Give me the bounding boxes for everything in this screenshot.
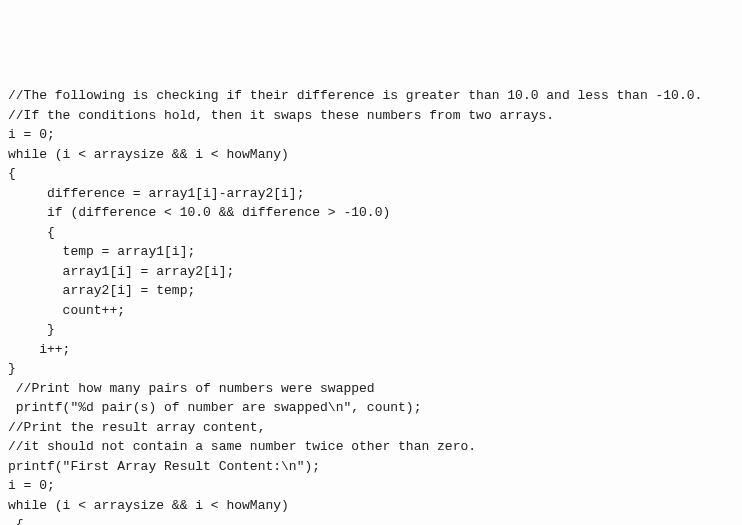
code-line: } <box>8 320 734 340</box>
code-line: { <box>8 223 734 243</box>
code-line: array1[i] = array2[i]; <box>8 262 734 282</box>
code-line: while (i < arraysize && i < howMany) <box>8 496 734 516</box>
code-line: printf("First Array Result Content:\n"); <box>8 457 734 477</box>
code-line: difference = array1[i]-array2[i]; <box>8 184 734 204</box>
code-line: { <box>8 515 734 525</box>
code-line: i = 0; <box>8 476 734 496</box>
code-line: i++; <box>8 340 734 360</box>
code-line: array2[i] = temp; <box>8 281 734 301</box>
code-line: } <box>8 359 734 379</box>
code-line: //If the conditions hold, then it swaps … <box>8 106 734 126</box>
code-line: //The following is checking if their dif… <box>8 86 734 106</box>
code-line: //it should not contain a same number tw… <box>8 437 734 457</box>
code-line: if (difference < 10.0 && difference > -1… <box>8 203 734 223</box>
code-line: while (i < arraysize && i < howMany) <box>8 145 734 165</box>
code-line: //Print how many pairs of numbers were s… <box>8 379 734 399</box>
code-line: //Print the result array content, <box>8 418 734 438</box>
code-line: i = 0; <box>8 125 734 145</box>
code-line: printf("%d pair(s) of number are swapped… <box>8 398 734 418</box>
code-line: count++; <box>8 301 734 321</box>
code-line: temp = array1[i]; <box>8 242 734 262</box>
code-line: { <box>8 164 734 184</box>
code-block: //The following is checking if their dif… <box>8 86 734 525</box>
